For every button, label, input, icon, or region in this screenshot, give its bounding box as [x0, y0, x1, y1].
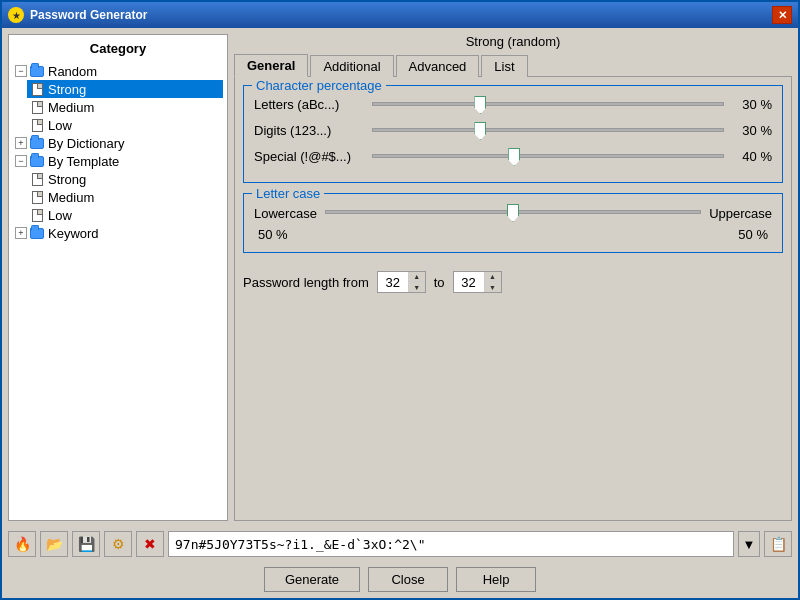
password-length-to-input[interactable] — [454, 273, 484, 292]
special-value: 40 % — [732, 149, 772, 164]
digits-row: Digits (123...) 30 % — [254, 120, 772, 140]
new-button[interactable]: 🔥 — [8, 531, 36, 557]
window-title: Password Generator — [30, 8, 147, 22]
tree-label-tpl-medium: Medium — [48, 190, 94, 205]
digits-label: Digits (123...) — [254, 123, 364, 138]
special-slider-container — [372, 146, 724, 166]
character-percentage-group: Character percentage Letters (aBc...) 30… — [243, 85, 783, 183]
main-window: ★ Password Generator ✕ Category − Random — [0, 0, 800, 600]
random-children: Strong Medium Low — [27, 80, 223, 134]
category-header: Category — [13, 39, 223, 58]
to-spinbox-down[interactable]: ▼ — [485, 282, 501, 292]
password-length-to-label: to — [434, 275, 445, 290]
doc-icon-tpl-strong — [29, 171, 45, 187]
tree-label-tpl-low: Low — [48, 208, 72, 223]
digits-value: 30 % — [732, 123, 772, 138]
tree-label-low: Low — [48, 118, 72, 133]
lowercase-label: Lowercase — [254, 206, 317, 221]
sidebar-item-keyword[interactable]: + Keyword — [13, 224, 223, 242]
expander-dictionary[interactable]: + — [15, 137, 27, 149]
from-spinbox-down[interactable]: ▼ — [409, 282, 425, 292]
main-content: Category − Random Strong — [2, 28, 798, 527]
tree-label-random: Random — [48, 64, 97, 79]
sidebar-item-strong[interactable]: Strong — [27, 80, 223, 98]
password-length-to-spinbox: ▲ ▼ — [453, 271, 502, 293]
letters-slider-container — [372, 94, 724, 114]
folder-icon-keyword — [29, 225, 45, 241]
uppercase-label: Uppercase — [709, 206, 772, 221]
sidebar-item-tpl-strong[interactable]: Strong — [27, 170, 223, 188]
generated-password-field[interactable] — [168, 531, 734, 557]
copy-password-button[interactable]: 📋 — [764, 531, 792, 557]
digits-slider-container — [372, 120, 724, 140]
generate-button[interactable]: Generate — [264, 567, 360, 592]
from-spinbox-buttons: ▲ ▼ — [408, 272, 425, 292]
password-length-label: Password length from — [243, 275, 369, 290]
tree-label-template: By Template — [48, 154, 119, 169]
tree-label-tpl-strong: Strong — [48, 172, 86, 187]
digits-slider[interactable] — [372, 120, 724, 140]
open-button[interactable]: 📂 — [40, 531, 68, 557]
tree-label-keyword: Keyword — [48, 226, 99, 241]
uppercase-value: 50 % — [738, 227, 768, 242]
sidebar-item-tpl-medium[interactable]: Medium — [27, 188, 223, 206]
letters-label: Letters (aBc...) — [254, 97, 364, 112]
bottom-toolbar: 🔥 📂 💾 ⚙ ✖ ▼ 📋 — [2, 527, 798, 561]
template-children: Strong Medium Low — [27, 170, 223, 224]
category-panel: Category − Random Strong — [8, 34, 228, 521]
password-length-from-input[interactable] — [378, 273, 408, 292]
special-slider[interactable] — [372, 146, 724, 166]
sidebar-item-by-template[interactable]: − By Template — [13, 152, 223, 170]
letter-case-group: Letter case Lowercase Uppercase 50 % 50 … — [243, 193, 783, 253]
settings-button[interactable]: ⚙ — [104, 531, 132, 557]
doc-icon-medium — [29, 99, 45, 115]
action-buttons: Generate Close Help — [2, 561, 798, 598]
doc-icon-low — [29, 117, 45, 133]
special-row: Special (!@#$...) 40 % — [254, 146, 772, 166]
window-icon: ★ — [8, 7, 24, 23]
tab-list[interactable]: List — [481, 55, 527, 77]
sidebar-item-low[interactable]: Low — [27, 116, 223, 134]
letter-case-label: Letter case — [252, 186, 324, 201]
password-dropdown-button[interactable]: ▼ — [738, 531, 760, 557]
to-spinbox-up[interactable]: ▲ — [485, 272, 501, 282]
tab-advanced[interactable]: Advanced — [396, 55, 480, 77]
doc-icon-strong — [29, 81, 45, 97]
title-bar: ★ Password Generator ✕ — [2, 2, 798, 28]
sidebar-item-random[interactable]: − Random — [13, 62, 223, 80]
tree-label-strong: Strong — [48, 82, 86, 97]
close-dialog-button[interactable]: Close — [368, 567, 448, 592]
expander-template[interactable]: − — [15, 155, 27, 167]
lowercase-value: 50 % — [258, 227, 288, 242]
expander-random[interactable]: − — [15, 65, 27, 77]
folder-icon-random — [29, 63, 45, 79]
tab-general[interactable]: General — [234, 54, 308, 77]
password-length-from-spinbox: ▲ ▼ — [377, 271, 426, 293]
letters-value: 30 % — [732, 97, 772, 112]
doc-icon-tpl-medium — [29, 189, 45, 205]
save-button[interactable]: 💾 — [72, 531, 100, 557]
letters-slider[interactable] — [372, 94, 724, 114]
folder-icon-template — [29, 153, 45, 169]
expander-keyword[interactable]: + — [15, 227, 27, 239]
sidebar-item-medium[interactable]: Medium — [27, 98, 223, 116]
tree-label-medium: Medium — [48, 100, 94, 115]
help-button[interactable]: Help — [456, 567, 536, 592]
doc-icon-tpl-low — [29, 207, 45, 223]
letters-row: Letters (aBc...) 30 % — [254, 94, 772, 114]
character-percentage-label: Character percentage — [252, 78, 386, 93]
from-spinbox-up[interactable]: ▲ — [409, 272, 425, 282]
tab-content-general: Character percentage Letters (aBc...) 30… — [234, 77, 792, 521]
to-spinbox-buttons: ▲ ▼ — [484, 272, 501, 292]
letter-case-slider[interactable] — [325, 202, 701, 222]
right-panel: Strong (random) General Additional Advan… — [234, 34, 792, 521]
tabs: General Additional Advanced List — [234, 53, 792, 77]
folder-icon-dictionary — [29, 135, 45, 151]
sidebar-item-by-dictionary[interactable]: + By Dictionary — [13, 134, 223, 152]
close-button[interactable]: ✕ — [772, 6, 792, 24]
sidebar-item-tpl-low[interactable]: Low — [27, 206, 223, 224]
tab-additional[interactable]: Additional — [310, 55, 393, 77]
tree-label-dictionary: By Dictionary — [48, 136, 125, 151]
title-bar-left: ★ Password Generator — [8, 7, 147, 23]
delete-button[interactable]: ✖ — [136, 531, 164, 557]
